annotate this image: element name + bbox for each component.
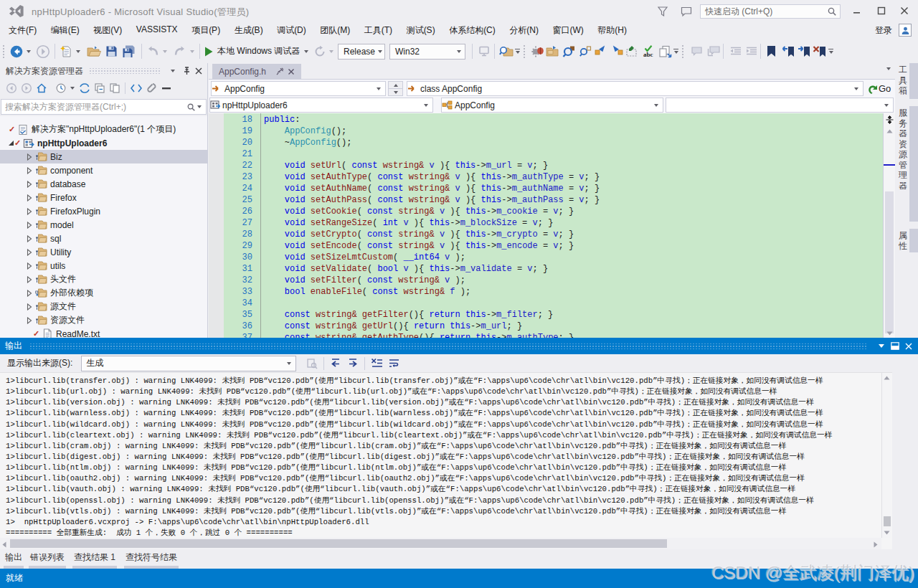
tab-pin-icon[interactable] [275, 67, 285, 77]
tree-item-源文件[interactable]: 源文件 [0, 300, 207, 313]
pin-icon[interactable] [179, 65, 192, 77]
navigate-backward-button[interactable] [9, 39, 24, 63]
output-word-wrap-button[interactable] [385, 356, 402, 371]
navigate-forward-button[interactable] [36, 39, 50, 63]
menu-t[interactable]: 工具(T) [364, 22, 392, 39]
code-line-34[interactable]: 34 [209, 298, 895, 309]
new-project-button[interactable] [60, 39, 72, 63]
side-tab-工具箱[interactable]: 工 具 箱 [895, 63, 918, 99]
se-forward-button[interactable] [19, 81, 34, 95]
vax-spinner-down[interactable] [388, 89, 403, 96]
output-vertical-scrollbar[interactable] [881, 373, 891, 538]
document-tab-appconfig[interactable]: AppConfig.h [212, 64, 301, 79]
side-tab-服务器资源管理器[interactable]: 服 务 器 资 源 管 理 器 [895, 106, 918, 222]
tree-item-utils[interactable]: utils [0, 259, 207, 272]
output-line-15[interactable]: ========== 全部重新生成: 成功 1 个，失败 0 个，跳过 0 个 … [0, 528, 881, 538]
code-line-28[interactable]: 28 void setCrypto( const string& v ){ th… [209, 229, 895, 240]
nav-class-dropdown[interactable] [650, 104, 663, 107]
vax-rename-button[interactable] [625, 39, 639, 63]
tree-collapsed-arrow-icon[interactable] [26, 276, 33, 283]
bottom-tab-错误列表[interactable]: 错误列表 [29, 551, 66, 570]
attach-to-process-button[interactable] [478, 39, 491, 63]
clear-bookmarks-button[interactable] [813, 39, 827, 63]
next-bookmark-button[interactable] [798, 39, 811, 63]
menu-b[interactable]: 生成(B) [235, 22, 263, 39]
code-editor[interactable]: 18public:19 AppConfig();20 ~AppConfig();… [209, 113, 895, 338]
vax-spellcheck-button[interactable]: abc [642, 39, 656, 63]
configuration-dropdown-icon[interactable] [375, 44, 384, 59]
se-sync-button[interactable] [77, 81, 92, 95]
output-line-5[interactable]: 1>libcurl.lib(wildcard.obj) : warning LN… [0, 419, 881, 430]
save-button[interactable] [105, 39, 118, 63]
bookmark-overflow-dropdown[interactable] [828, 39, 833, 63]
output-line-7[interactable]: 1>libcurl.lib(cram.obj) : warning LNK409… [0, 441, 881, 452]
output-line-4[interactable]: 1>libcurl.lib(warnless.obj) : warning LN… [0, 408, 881, 419]
code-line-30[interactable]: 30 void setSizeLmtCustom( __int64 v ); [209, 252, 895, 263]
output-scroll-down-arrow[interactable] [882, 531, 891, 535]
tree-item-model[interactable]: model [0, 218, 207, 232]
code-line-29[interactable]: 29 void setEncode( const string& v ){ th… [209, 240, 895, 252]
output-line-12[interactable]: 1>libcurl.lib(openssl.obj) : warning LNK… [0, 495, 881, 506]
tree-item-utility[interactable]: Utility [0, 245, 207, 259]
output-line-2[interactable]: 1>libcurl.lib(url.obj) : warning LNK4099… [0, 387, 881, 397]
code-line-35[interactable]: 35 const wstring& getFilter(){ return th… [209, 309, 895, 321]
tab-close-icon[interactable] [286, 67, 296, 77]
previous-bookmark-button[interactable] [782, 39, 795, 63]
tree-collapsed-arrow-icon[interactable] [26, 290, 33, 297]
tree-item-sql[interactable]: sql [0, 232, 207, 245]
editor-splitter-handle[interactable] [884, 115, 895, 125]
se-wrench-button[interactable] [143, 81, 158, 95]
tree-expanded-arrow-icon[interactable] [7, 140, 14, 147]
menu-w[interactable]: 窗口(W) [552, 22, 583, 39]
menu-n[interactable]: 分析(N) [509, 22, 539, 39]
output-find-message-button[interactable] [303, 356, 321, 371]
menu-f[interactable]: 文件(F) [9, 22, 37, 39]
tree-collapsed-arrow-icon[interactable] [26, 235, 33, 242]
code-line-33[interactable]: 33 bool enableFile( const wstring& f ); [209, 286, 895, 298]
output-horizontal-scrollbar[interactable] [0, 538, 881, 549]
vax-spinner-up[interactable] [388, 81, 403, 89]
tree-item-解决方案nphttpuploader61个项目[interactable]: ✓解决方案"npHttpUploader6"(1 个项目) [0, 123, 207, 136]
tree-collapsed-arrow-icon[interactable] [26, 249, 33, 256]
tree-item-外部依赖项[interactable]: 外部依赖项 [0, 286, 207, 300]
tree-item-biz[interactable]: Biz [0, 150, 207, 163]
menu-p[interactable]: 项目(P) [191, 22, 220, 39]
start-debug-button[interactable]: 本地 Windows 调试器 [204, 39, 308, 63]
code-line-18[interactable]: 18public: [209, 114, 895, 125]
menu-h[interactable]: 帮助(H) [597, 22, 627, 39]
output-source-combo[interactable]: 生成 [81, 356, 296, 371]
output-source-dropdown[interactable] [283, 362, 295, 365]
code-line-19[interactable]: 19 AppConfig(); [209, 125, 895, 137]
vax-scope-dropdown[interactable] [372, 87, 385, 90]
output-scrollbar-thumb[interactable] [884, 516, 891, 526]
tree-item-firefoxplugin[interactable]: FirefoxPlugin [0, 204, 207, 218]
tree-item-资源文件[interactable]: 资源文件 [0, 313, 207, 327]
tree-item-component[interactable]: component [0, 163, 207, 177]
se-collapse-all-button[interactable] [92, 81, 107, 95]
code-line-25[interactable]: 25 void setAuthPass( const wstring& v ){… [209, 194, 895, 206]
search-icon[interactable] [827, 6, 837, 16]
code-line-20[interactable]: 20 ~AppConfig(); [209, 137, 895, 148]
vax-find-symbol-button[interactable] [579, 39, 592, 63]
code-line-27[interactable]: 27 void setRangeSize( int v ){ this->m_b… [209, 217, 895, 229]
tree-item-firefox[interactable]: Firefox [0, 191, 207, 204]
window-maximize-button[interactable] [872, 4, 891, 18]
tree-collapsed-arrow-icon[interactable] [26, 208, 33, 215]
output-line-13[interactable]: 1>libcurl.lib(vtls.obj) : warning LNK409… [0, 506, 881, 517]
quick-launch-search[interactable]: 快速启动 (Ctrl+Q) [700, 4, 841, 19]
code-line-23[interactable]: 23 void setAuthType( const wstring& v ){… [209, 171, 895, 183]
tree-collapsed-arrow-icon[interactable] [26, 317, 33, 324]
nav-member-combo[interactable] [666, 98, 894, 113]
uncomment-button[interactable] [707, 39, 721, 63]
scroll-left-arrow[interactable] [2, 541, 6, 548]
output-title-bar[interactable]: 输出 [0, 338, 918, 354]
vax-definition-dropdown[interactable] [850, 87, 863, 90]
nav-member-dropdown[interactable] [880, 104, 893, 107]
tree-item-readme.txt[interactable]: ✓ReadMe.txt [0, 327, 207, 338]
code-line-32[interactable]: 32 void setFilter( const wstring& v ); [209, 275, 895, 286]
open-file-button[interactable] [87, 39, 101, 63]
output-line-3[interactable]: 1>libcurl.lib(version.obj) : warning LNK… [0, 397, 881, 408]
output-window-position-icon[interactable] [888, 339, 902, 353]
vax-options-button[interactable] [531, 39, 544, 63]
tree-collapsed-arrow-icon[interactable] [26, 167, 33, 174]
